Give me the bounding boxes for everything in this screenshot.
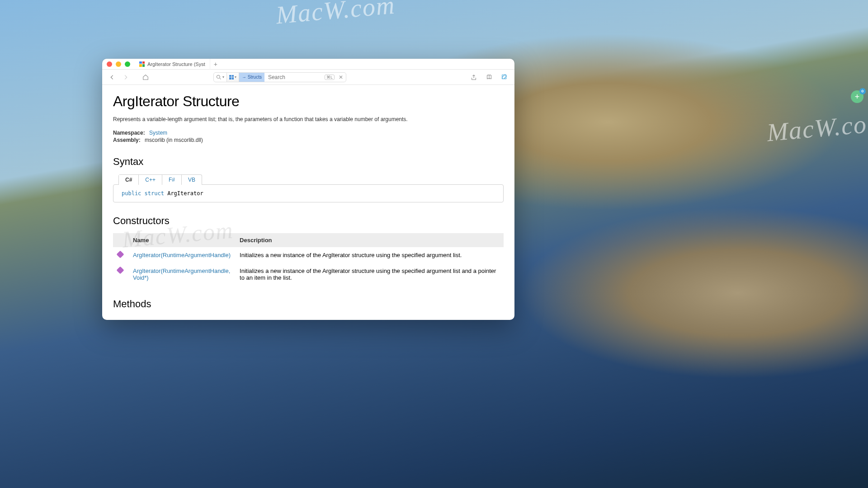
share-button[interactable] — [468, 73, 479, 82]
close-button[interactable] — [107, 61, 112, 67]
namespace-label: Namespace: — [113, 130, 145, 136]
constructor-link[interactable]: ArgIterator(RuntimeArgumentHandle, Void*… — [133, 267, 230, 281]
namespace-link[interactable]: System — [149, 130, 167, 136]
method-icon — [117, 251, 124, 258]
method-icon — [117, 267, 124, 274]
content-area: ArgIterator Structure Represents a varia… — [102, 85, 514, 320]
toolbar: ▾ ▾ → Structs ⌘L ✕ — [102, 70, 514, 85]
forward-button[interactable] — [120, 73, 131, 82]
home-icon — [142, 74, 149, 80]
syntax-heading: Syntax — [113, 156, 504, 168]
col-name: Name — [128, 233, 235, 247]
fab-badge: ✲ — [859, 88, 866, 94]
share-icon — [471, 74, 477, 80]
code-block: public struct ArgIterator — [113, 184, 504, 202]
page-title: ArgIterator Structure — [113, 93, 504, 110]
search-icon — [216, 75, 222, 80]
assembly-value: mscorlib (in mscorlib.dll) — [145, 137, 203, 143]
col-description: Description — [235, 233, 504, 247]
toolbar-right — [468, 73, 510, 82]
chevron-down-icon: ▾ — [222, 75, 224, 79]
book-icon — [486, 74, 492, 80]
app-window: ArgIterator Structure (Syst + ▾ ▾ → Stru… — [102, 59, 514, 320]
tab-title: ArgIterator Structure (Syst — [147, 61, 205, 67]
tab-fsharp[interactable]: F# — [162, 175, 182, 185]
page-description: Represents a variable-length argument li… — [113, 116, 504, 122]
view-toggle[interactable]: ▾ — [227, 73, 239, 82]
edit-button[interactable] — [499, 73, 510, 82]
bookmarks-button[interactable] — [484, 73, 495, 82]
svg-point-0 — [217, 75, 220, 78]
table-header-row: Name Description — [113, 233, 504, 247]
add-fab[interactable]: + ✲ — [851, 90, 863, 103]
constructors-table: Name Description ArgIterator(RuntimeArgu… — [113, 233, 504, 286]
namespace-row: Namespace: System — [113, 130, 504, 136]
minimize-button[interactable] — [116, 61, 121, 67]
traffic-lights — [107, 61, 130, 67]
new-tab-button[interactable]: + — [214, 61, 217, 68]
constructor-description: Initializes a new instance of the ArgIte… — [235, 263, 504, 286]
table-row: ArgIterator(RuntimeArgumentHandle, Void*… — [113, 263, 504, 286]
methods-heading: Methods — [113, 298, 504, 310]
search-bar: ▾ ▾ → Structs ⌘L ✕ — [213, 72, 346, 82]
constructor-description: Initializes a new instance of the ArgIte… — [235, 247, 504, 263]
chevron-right-icon — [123, 74, 129, 80]
tab-vb[interactable]: VB — [182, 175, 202, 185]
compose-icon — [501, 74, 508, 80]
constructors-heading: Constructors — [113, 215, 504, 227]
keyboard-shortcut-hint: ⌘L — [325, 75, 335, 80]
constructor-link[interactable]: ArgIterator(RuntimeArgumentHandle) — [133, 252, 231, 258]
home-button[interactable] — [140, 73, 151, 82]
app-icon — [139, 61, 145, 67]
syntax-tabs: C# C++ F# VB — [118, 174, 202, 185]
clear-search-button[interactable]: ✕ — [336, 74, 346, 80]
search-input[interactable] — [264, 73, 323, 82]
back-button[interactable] — [107, 73, 118, 82]
titlebar: ArgIterator Structure (Syst + — [102, 59, 514, 70]
chevron-down-icon: ▾ — [235, 75, 236, 79]
assembly-label: Assembly: — [113, 137, 141, 143]
code-keyword: public struct — [122, 190, 164, 197]
code-typename-text: ArgIterator — [167, 190, 203, 197]
browser-tab[interactable]: ArgIterator Structure (Syst — [135, 59, 210, 70]
filter-chip-structs[interactable]: → Structs — [239, 73, 264, 82]
maximize-button[interactable] — [125, 61, 130, 67]
grid-icon — [229, 75, 234, 80]
assembly-row: Assembly: mscorlib (in mscorlib.dll) — [113, 137, 504, 143]
tab-csharp[interactable]: C# — [119, 175, 139, 185]
search-icon-button[interactable]: ▾ — [214, 73, 227, 82]
table-row: ArgIterator(RuntimeArgumentHandle) Initi… — [113, 247, 504, 263]
tab-cpp[interactable]: C++ — [139, 175, 162, 185]
chevron-left-icon — [109, 74, 115, 80]
